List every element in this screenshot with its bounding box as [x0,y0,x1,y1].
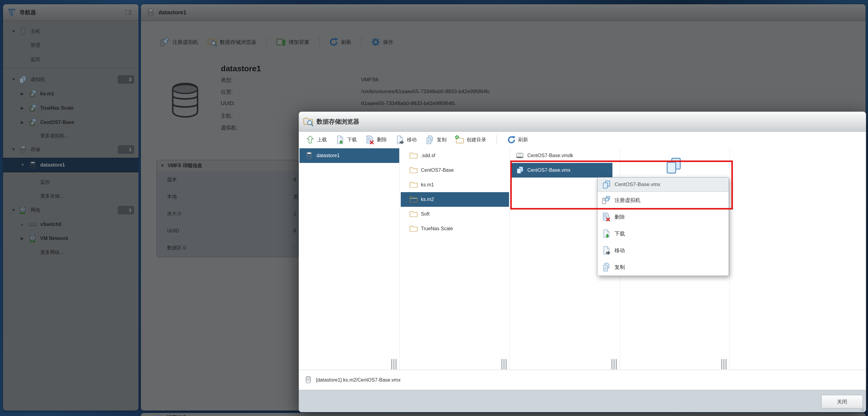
host-icon [19,27,27,35]
refresh-icon [329,37,338,46]
annotation-rectangle [510,161,733,210]
menu-item-download[interactable]: 下载 [597,226,728,242]
chevron-right-icon[interactable]: ▶ [21,232,24,245]
sidebar-item-storage-monitor[interactable]: 监控 [3,175,138,189]
menu-item-copy[interactable]: 复制 [597,259,728,276]
sidebar-item-more-networks[interactable]: 更多网络... [3,245,138,259]
vm-icon [29,118,37,127]
storage-icon [19,145,27,153]
list-item-folder-truenas[interactable]: TrueNas Scale [401,221,509,236]
increase-capacity-button[interactable]: 增加容量 [276,37,309,47]
chevron-right-icon[interactable]: ▶ [21,115,24,130]
list-item-folder-centos7base[interactable]: CentOS7-Base [401,163,509,178]
sidebar-item-vm-truenas[interactable]: ▶ TrueNas Scale [3,101,138,115]
dialog-footer: 关闭 [299,390,866,412]
sidebar-item-host-monitor[interactable]: 监控 [3,53,138,66]
list-item-folder-ksm1[interactable]: ks.m1 [401,178,509,192]
sidebar-item-vm-ksm1[interactable]: ▶ ks.m1 [3,87,138,101]
hard-disk-icon [516,151,524,160]
list-item-folder-soft[interactable]: Soft [401,207,509,221]
toolbar-separator [319,37,319,47]
sidebar-item-more-vms[interactable]: 更多虚拟机... [3,129,138,143]
sidebar-item-host-manage[interactable]: 管理 [3,38,138,53]
clipboard-icon [154,415,163,416]
vmfs-details-panel: ▼ VMFS 详细信息 版本 6 本地 是 块大小 1 UUID 6 数据区 0… [156,160,299,257]
chevron-right-icon[interactable]: ▶ [21,87,24,101]
toolbar-separator [266,37,266,47]
dialog-titlebar[interactable]: 数据存储浏览器 [299,112,866,132]
main-header: datastore1 [141,4,866,21]
refresh-button[interactable]: 刷新 [329,37,351,46]
dialog-toolbar: 上载 下载 删除 移动 复制 创建目录 [306,131,528,148]
actions-button[interactable]: 操作 [371,37,394,46]
summary-value-uuid: 61aaee55-73348ab0-8833-b42e995f64fc [361,101,455,107]
chevron-down-icon[interactable]: ▼ [11,72,16,86]
column-divider[interactable] [400,148,400,370]
column-resize-grip[interactable] [391,359,397,370]
chevron-down-icon[interactable]: ▼ [21,158,25,172]
delete-icon [365,135,374,144]
column-divider[interactable] [509,148,510,370]
toolbar-separator [361,37,362,47]
close-button[interactable]: 关闭 [822,395,863,408]
summary-label-hosts: 主机: [221,112,233,119]
sidebar-item-vswitch0[interactable]: ▶ vSwitch0 [3,217,138,232]
download-button[interactable]: 下载 [336,135,357,144]
sidebar-item-storage[interactable]: ▼ 存储 1 [3,142,138,157]
summary-label-vms: 虚拟机: [221,124,238,131]
main-toolbar: 注册虚拟机 数据存储浏览器 增加容量 刷新 操作 [160,35,394,49]
chevron-down-icon[interactable]: ▼ [11,203,16,217]
unpin-icon[interactable] [124,9,132,16]
sidebar-item-datastore1[interactable]: ▼ datastore1 [3,158,138,172]
table-row: 版本 6 [157,171,298,188]
list-item-folder-ksm2[interactable]: ks.m2 [401,192,509,207]
column-resize-grip[interactable] [721,359,726,370]
move-button[interactable]: 移动 [395,135,416,144]
copy-icon [425,135,434,144]
delete-button[interactable]: 删除 [365,135,387,144]
datastore-browser-button[interactable]: 数据存储浏览器 [207,37,256,47]
chevron-down-icon[interactable]: ▼ [11,142,16,157]
folder-plus-icon [455,135,464,144]
folder-icon [409,210,417,218]
copy-icon [602,263,611,272]
folder-icon [409,195,417,203]
dialog-refresh-button[interactable]: 刷新 [507,136,528,144]
navigator-title: 导航器 [20,4,36,21]
vmfs-details-header[interactable]: ▼ VMFS 详细信息 [157,160,298,171]
list-item-datastore1[interactable]: datastore1 [300,148,399,163]
chevron-down-icon: ▼ [160,160,164,171]
copy-button[interactable]: 复制 [425,135,446,144]
column-resize-grip[interactable] [612,359,617,370]
summary-label-uuid: UUID: [221,101,235,107]
sidebar-item-vm-centos7base[interactable]: ▶ CentOS7-Base [3,115,138,130]
chevron-right-icon[interactable]: ▶ [21,101,24,115]
vm-icon [29,104,37,112]
register-vm-button[interactable]: 注册虚拟机 [160,37,198,47]
navigator-header: 导航器 [3,4,138,21]
folder-magnifier-icon [303,116,313,127]
extent-link[interactable]: t [293,239,294,256]
increase-capacity-icon [276,37,286,47]
summary-title: datastore1 [221,64,261,73]
sidebar-item-networking[interactable]: ▼ 网络 1 [3,203,138,217]
sidebar-item-vm-network[interactable]: ▶ VM Network [3,232,138,245]
delete-icon [602,212,611,221]
sidebar-item-more-storage[interactable]: 更多存储... [3,189,138,203]
network-icon [18,206,27,214]
create-directory-button[interactable]: 创建目录 [455,135,486,144]
sidebar-item-host[interactable]: ▼ 主机 [3,24,138,38]
menu-item-delete[interactable]: 删除 [597,209,728,226]
column-resize-grip[interactable] [501,359,506,370]
folder-icon [409,166,417,174]
list-item-folder-sddsf[interactable]: .sdd.sf [401,148,509,163]
chevron-right-icon[interactable]: ▶ [21,217,24,232]
upload-button[interactable]: 上载 [306,135,327,144]
summary-label-type: 类型: [221,77,233,84]
upload-icon [306,135,315,144]
chevron-down-icon[interactable]: ▼ [11,24,16,38]
menu-item-move[interactable]: 移动 [597,242,728,259]
datastore-icon [305,151,313,160]
table-row: 块大小 1 [157,205,298,222]
sidebar-item-vms[interactable]: ▼ 虚拟机 3 [3,72,138,86]
